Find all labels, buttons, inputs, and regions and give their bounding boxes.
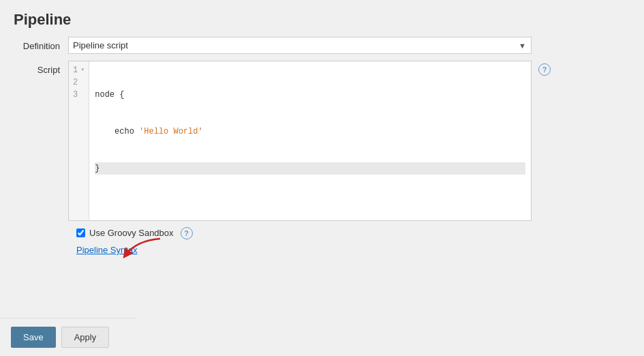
code-line-2: echo 'Hello World' (95, 125, 525, 138)
definition-row: Definition Pipeline script Pipeline scri… (14, 37, 630, 54)
script-editor[interactable]: 1▾ 2 3 node { echo 'Hello World' } (68, 61, 532, 221)
definition-label: Definition (14, 37, 68, 51)
pipeline-syntax-link[interactable]: Pipeline Syntax (76, 245, 138, 255)
line-2-num: 2 (73, 76, 85, 89)
page-title: Pipeline (0, 0, 644, 37)
sandbox-row: Use Groovy Sandbox ? (76, 228, 630, 238)
bottom-bar: Save Apply (0, 318, 136, 356)
code-area[interactable]: node { echo 'Hello World' } (89, 61, 531, 220)
code-line-3: } (95, 162, 525, 175)
definition-select-wrapper: Pipeline script Pipeline script from SCM… (68, 37, 532, 54)
definition-select[interactable]: Pipeline script Pipeline script from SCM (68, 37, 532, 54)
sandbox-help-icon[interactable]: ? (181, 227, 193, 239)
pipeline-syntax-row: Pipeline Syntax (76, 245, 138, 255)
line-1-num: 1▾ (73, 64, 85, 76)
line-numbers: 1▾ 2 3 (69, 61, 89, 220)
script-help-icon[interactable]: ? (538, 63, 551, 76)
line-3-num: 3 (73, 89, 85, 101)
page-container: Pipeline Definition Pipeline script Pipe… (0, 0, 644, 356)
script-row: Script 1▾ 2 3 node (14, 61, 630, 221)
apply-button[interactable]: Apply (61, 327, 110, 348)
sandbox-row-inner: Use Groovy Sandbox ? (76, 228, 174, 238)
save-button[interactable]: Save (11, 327, 56, 348)
script-editor-wrap: 1▾ 2 3 node { echo 'Hello World' } (68, 61, 532, 221)
code-line-1: node { (95, 89, 525, 101)
groovy-sandbox-label: Use Groovy Sandbox (89, 228, 174, 238)
definition-control: Pipeline script Pipeline script from SCM… (68, 37, 630, 54)
script-label: Script (14, 61, 68, 75)
groovy-sandbox-checkbox[interactable] (76, 228, 85, 237)
content-area: Definition Pipeline script Pipeline scri… (0, 37, 644, 269)
